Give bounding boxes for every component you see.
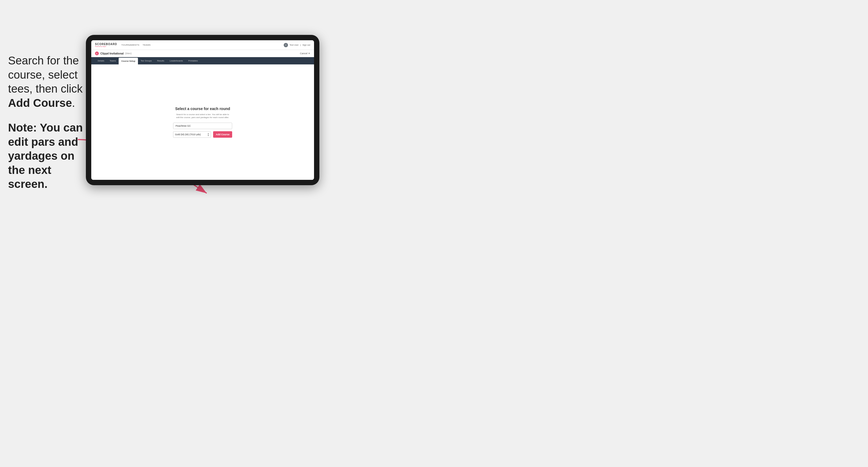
tee-select-row: Gold (M) (M) (7010 yds) ▲ ▼ Add Course <box>173 131 232 138</box>
tab-bar: Details Teams Course Setup Tee Groups Re… <box>91 57 314 64</box>
pipe-separator: | <box>300 44 301 46</box>
annotation-search-text: Search for the course, select tees, then… <box>8 54 83 110</box>
nav-teams[interactable]: TEAMS <box>143 44 151 46</box>
tab-teams[interactable]: Teams <box>107 57 119 64</box>
tab-course-setup[interactable]: Course Setup <box>119 58 138 64</box>
tournament-title-row: C Clippd Invitational (Men) <box>95 52 131 55</box>
chevron-down-icon: ▼ <box>208 135 209 136</box>
annotation-note-text: Note: You can edit pars and yardages on … <box>8 121 83 191</box>
tournament-header: C Clippd Invitational (Men) Cancel ✕ <box>91 50 314 57</box>
tournament-name: Clippd Invitational <box>100 52 124 55</box>
tab-leaderboards[interactable]: Leaderboards <box>167 57 185 64</box>
nav-right: U Test User | Sign out <box>284 43 310 47</box>
tournament-gender: (Men) <box>125 52 132 55</box>
select-course-title: Select a course for each round <box>175 106 230 111</box>
tab-results[interactable]: Results <box>154 57 167 64</box>
tee-select-arrows: ▲ ▼ <box>208 133 209 136</box>
nav-tournaments[interactable]: TOURNAMENTS <box>121 44 139 46</box>
tab-details[interactable]: Details <box>95 57 107 64</box>
tee-select-text: Gold (M) (M) (7010 yds) <box>175 133 201 136</box>
nav-links: TOURNAMENTS TEAMS <box>121 44 151 46</box>
chevron-up-icon: ▲ <box>208 133 209 134</box>
tab-tee-groups[interactable]: Tee Groups <box>138 57 154 64</box>
tee-select-dropdown[interactable]: Gold (M) (M) (7010 yds) ▲ ▼ <box>173 131 211 138</box>
tablet-screen: SCOREBOARD Powered by clippd TOURNAMENTS… <box>91 40 314 180</box>
logo-sub: Powered by clippd <box>95 45 117 47</box>
course-search-input[interactable] <box>173 123 232 129</box>
sign-out-link[interactable]: Sign out <box>303 44 310 46</box>
tab-printables[interactable]: Printables <box>185 57 200 64</box>
annotation-area: Search for the course, select tees, then… <box>8 54 83 191</box>
nav-left: SCOREBOARD Powered by clippd TOURNAMENTS… <box>95 43 151 47</box>
app-logo: SCOREBOARD Powered by clippd <box>95 43 117 47</box>
logo-text: SCOREBOARD <box>95 43 117 45</box>
top-nav-bar: SCOREBOARD Powered by clippd TOURNAMENTS… <box>91 40 314 50</box>
user-avatar: U <box>284 43 288 47</box>
cancel-button[interactable]: Cancel ✕ <box>300 52 310 55</box>
main-content-area: Select a course for each round Search fo… <box>91 64 314 180</box>
select-course-description: Search for a course and select a tee. Yo… <box>176 113 229 119</box>
add-course-button[interactable]: Add Course <box>213 131 232 138</box>
clippd-icon: C <box>95 52 99 55</box>
tablet-device: SCOREBOARD Powered by clippd TOURNAMENTS… <box>86 35 319 185</box>
annotation-bold: Add Course <box>8 97 72 109</box>
user-name: Test User <box>289 44 299 46</box>
